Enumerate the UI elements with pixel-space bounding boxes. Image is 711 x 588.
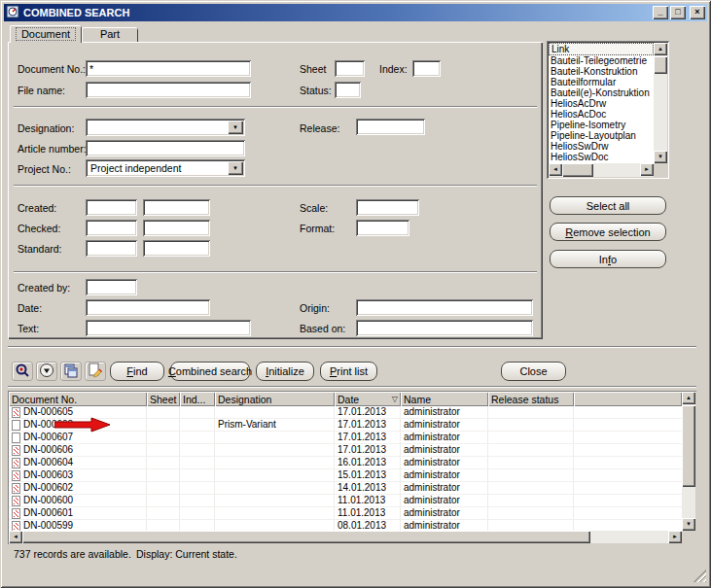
designation-label: Designation:: [18, 122, 74, 134]
list-item[interactable]: Bauteil(e)-Konstruktion: [549, 87, 654, 98]
scrollbar-thumb[interactable]: [654, 56, 667, 74]
date-input[interactable]: [86, 299, 210, 316]
filter-dropdown-icon: [39, 363, 54, 380]
col-date[interactable]: Date ▽: [335, 392, 401, 406]
table-row[interactable]: DN-000604 16.01.2013 administrator: [9, 457, 682, 469]
minimize-button[interactable]: _: [653, 6, 668, 19]
origin-input[interactable]: [356, 299, 533, 316]
document-type-icon: [12, 458, 20, 468]
based-on-input[interactable]: [356, 320, 533, 336]
scroll-left-icon[interactable]: ◄: [9, 531, 22, 543]
scroll-down-icon[interactable]: ▼: [682, 518, 695, 531]
table-row[interactable]: DN-000600 11.01.2013 administrator: [9, 495, 682, 507]
maximize-button[interactable]: □: [670, 6, 686, 19]
table-row[interactable]: DN-000603 15.01.2013 administrator: [9, 469, 682, 482]
article-number-input[interactable]: [86, 140, 245, 156]
scrollbar-thumb[interactable]: [22, 531, 590, 543]
scale-input[interactable]: [356, 199, 419, 216]
scrollbar-thumb[interactable]: [562, 163, 593, 177]
horizontal-scrollbar[interactable]: ◄ ►: [549, 163, 654, 177]
list-item[interactable]: Bauteil-Teilegeometrie: [549, 55, 654, 66]
ind-cell: [180, 469, 215, 481]
checked-input-1[interactable]: [86, 220, 137, 236]
checked-input-2[interactable]: [143, 220, 210, 236]
print-list-button[interactable]: Print list: [320, 362, 377, 381]
scroll-up-icon[interactable]: ▲: [654, 43, 667, 55]
doc-no-cell: DN-000603: [23, 469, 73, 481]
close-icon[interactable]: ×: [690, 6, 705, 19]
list-item[interactable]: Link: [549, 43, 654, 55]
designation-combo[interactable]: ▼: [86, 119, 245, 136]
result-list-button[interactable]: [60, 362, 82, 381]
resize-grip[interactable]: [693, 570, 706, 582]
list-item[interactable]: HeliosSwDrw: [549, 141, 654, 152]
scroll-left-icon[interactable]: ◄: [549, 163, 562, 176]
col-ind[interactable]: Ind...: [180, 392, 215, 406]
scrollbar-thumb[interactable]: [682, 405, 695, 487]
filter-dropdown-button[interactable]: [36, 362, 57, 381]
release-status-cell: [488, 507, 574, 519]
index-input[interactable]: [412, 60, 441, 77]
select-all-button[interactable]: Select all: [550, 196, 666, 215]
scroll-down-icon[interactable]: ▼: [654, 151, 667, 163]
info-button[interactable]: Info: [550, 250, 666, 268]
col-release-status[interactable]: Release status: [488, 392, 574, 406]
tab-part[interactable]: Part: [82, 27, 138, 42]
format-input[interactable]: [356, 220, 409, 236]
col-name[interactable]: Name: [401, 392, 488, 406]
list-item[interactable]: Bauteil-Konstruktion: [549, 66, 654, 77]
list-item[interactable]: HeliosAcDoc: [549, 109, 654, 120]
edit-mask-button[interactable]: [85, 362, 106, 381]
col-filler: [574, 392, 682, 406]
filter-icon[interactable]: ▽: [392, 395, 398, 403]
col-designation[interactable]: Designation: [215, 392, 335, 406]
tab-document[interactable]: Document: [10, 25, 82, 43]
table-row[interactable]: DN-000602 14.01.2013 administrator: [9, 482, 682, 495]
project-no-combo[interactable]: Project independent ▼: [86, 159, 245, 177]
article-number-label: Article number:: [18, 143, 87, 155]
file-name-input[interactable]: [86, 82, 251, 98]
chevron-down-icon[interactable]: ▼: [228, 161, 243, 175]
designation-cell: Prism-Variant: [215, 419, 335, 431]
status-input[interactable]: [335, 82, 361, 98]
link-listbox[interactable]: Link Bauteil-Teilegeometrie Bauteil-Kons…: [547, 41, 669, 179]
list-item[interactable]: Bauteilformular: [549, 77, 654, 87]
sheet-cell: [147, 469, 180, 481]
initialize-button[interactable]: Initialize: [256, 362, 314, 381]
release-input[interactable]: [356, 119, 425, 135]
combined-search-button[interactable]: Combined search: [170, 362, 250, 381]
created-input-2[interactable]: [143, 199, 210, 216]
table-row[interactable]: DN-000606 17.01.2013 administrator: [9, 444, 682, 457]
col-document-no[interactable]: Document No.: [9, 392, 147, 406]
list-item[interactable]: Pipeline-Isometry: [549, 120, 654, 130]
list-item[interactable]: Pipeline-Layoutplan: [549, 130, 654, 141]
find-button[interactable]: Find: [110, 362, 164, 381]
document-type-icon: [12, 470, 20, 481]
standard-input-1[interactable]: [86, 240, 137, 257]
list-item[interactable]: HeliosAcDrw: [549, 98, 654, 109]
document-no-input[interactable]: [86, 60, 251, 77]
scroll-up-icon[interactable]: ▲: [682, 392, 695, 404]
table-vertical-scrollbar[interactable]: ▲ ▼: [682, 392, 695, 531]
date-cell: 11.01.2013: [335, 507, 401, 519]
close-button[interactable]: Close: [501, 362, 566, 381]
scroll-right-icon[interactable]: ►: [668, 531, 682, 543]
standard-input-2[interactable]: [143, 240, 210, 257]
text-input[interactable]: [86, 320, 251, 336]
date-cell: 17.01.2013: [335, 419, 401, 431]
chevron-down-icon[interactable]: ▼: [228, 121, 243, 134]
table-row[interactable]: DN-000601 11.01.2013 administrator: [9, 507, 682, 520]
created-by-input[interactable]: [86, 279, 137, 295]
table-horizontal-scrollbar[interactable]: ◄ ►: [9, 531, 682, 543]
sheet-input[interactable]: [335, 60, 365, 77]
table-row[interactable]: DN-000599 08.01.2013 administrator: [9, 520, 682, 531]
search-options-button[interactable]: [12, 362, 33, 381]
scroll-right-icon[interactable]: ►: [640, 163, 654, 176]
created-input-1[interactable]: [86, 199, 137, 216]
col-sheet[interactable]: Sheet: [147, 392, 180, 406]
doc-no-cell: DN-000606: [23, 444, 73, 456]
list-item[interactable]: HeliosSwDoc: [549, 152, 654, 162]
vertical-scrollbar[interactable]: ▲ ▼: [654, 43, 667, 163]
title-bar[interactable]: COMBINED SEARCH _ □ ×: [4, 4, 707, 21]
remove-selection-button[interactable]: Remove selection: [550, 223, 666, 241]
